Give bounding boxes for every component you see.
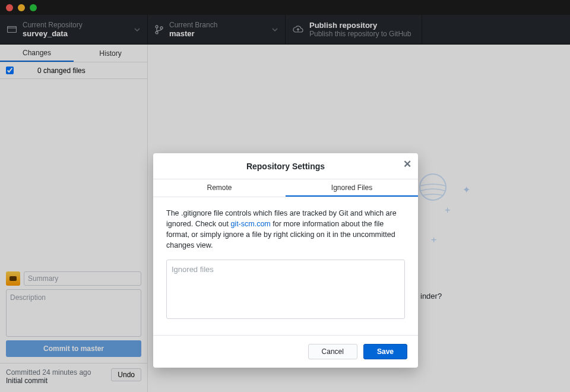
modal-body: The .gitignore file controls which files… bbox=[153, 197, 418, 335]
tab-remote[interactable]: Remote bbox=[153, 179, 286, 197]
git-scm-link[interactable]: git-scm.com bbox=[230, 220, 270, 228]
modal-footer: Cancel Save bbox=[153, 335, 418, 368]
modal-header: Repository Settings ✕ bbox=[153, 153, 418, 179]
ignored-files-textarea[interactable] bbox=[166, 260, 405, 319]
modal-title: Repository Settings bbox=[246, 162, 325, 171]
modal-tabs: Remote Ignored Files bbox=[153, 179, 418, 197]
tab-ignored-files[interactable]: Ignored Files bbox=[286, 179, 418, 197]
repository-settings-modal: Repository Settings ✕ Remote Ignored Fil… bbox=[153, 153, 418, 368]
save-button[interactable]: Save bbox=[363, 344, 407, 359]
close-icon[interactable]: ✕ bbox=[401, 158, 413, 170]
cancel-button[interactable]: Cancel bbox=[308, 344, 357, 359]
